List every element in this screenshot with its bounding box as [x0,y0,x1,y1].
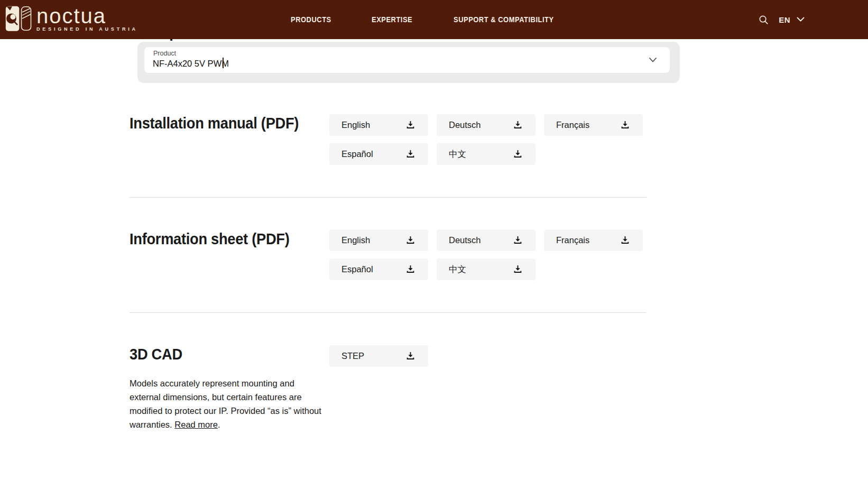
download-button-espanol[interactable]: Español [329,259,428,280]
download-button-chinese[interactable]: 中文 [437,259,535,280]
disclaimer-suffix: . [218,420,220,429]
download-icon [405,351,415,361]
product-selector-card: Product [137,42,680,83]
download-icon [513,235,523,245]
download-button-label: Deutsch [449,235,481,245]
disclaimer-line: Models accurately represent mounting and [130,376,321,390]
product-combobox[interactable]: Product [144,47,670,73]
download-button-francais[interactable]: Français [544,229,643,251]
text-cursor [223,58,224,68]
3d-cad-downloads: STEP [329,345,643,367]
nav-item-products[interactable]: PRODUCTS [291,0,331,39]
download-icon [405,264,415,274]
download-icon [405,120,415,130]
download-icon [513,264,523,274]
section-title-3d-cad: 3D CAD [130,346,182,363]
download-button-label: Français [556,120,589,130]
search-icon [758,14,769,25]
download-button-label: STEP [341,351,364,361]
search-button[interactable] [758,14,769,25]
download-button-deutsch[interactable]: Deutsch [437,114,535,136]
installation-manual-downloads: English Deutsch Français Español 中文 [329,114,643,165]
download-button-label: English [341,120,370,130]
download-button-francais[interactable]: Français [544,114,643,136]
download-button-english[interactable]: English [329,114,428,136]
download-icon [620,120,630,130]
logo-text: noctua DESIGNED IN AUSTRIA [36,6,138,32]
nav-item-expertise[interactable]: EXPERTISE [372,0,412,39]
combobox-chevron-down-icon[interactable] [649,57,657,63]
download-button-english[interactable]: English [329,229,428,251]
header-right-controls: EN [758,0,805,39]
download-button-label: English [341,235,370,245]
download-button-label: Español [341,264,373,274]
top-navigation-bar: noctua DESIGNED IN AUSTRIA PRODUCTS EXPE… [0,0,868,39]
cad-disclaimer-text: Models accurately represent mounting and… [130,376,321,431]
disclaimer-last-line: warranties. Read more. [130,418,321,431]
section-divider [130,312,647,313]
download-button-deutsch[interactable]: Deutsch [437,229,535,251]
disclaimer-line: modified to protect our IP. Provided “as… [130,404,321,418]
download-button-label: 中文 [449,149,466,160]
language-selector[interactable]: EN [779,15,805,24]
disclaimer-line: warranties. [130,420,172,429]
brand-name: noctua [36,6,138,25]
read-more-link[interactable]: Read more [174,420,218,429]
disclaimer-line: external dimensions, but certain feature… [130,390,321,404]
download-button-label: Español [341,149,373,159]
noctua-logo[interactable]: noctua DESIGNED IN AUSTRIA [5,6,138,32]
download-button-label: 中文 [449,264,466,275]
information-sheet-downloads: English Deutsch Français Español 中文 [329,229,643,280]
download-icon [513,120,523,130]
chevron-down-icon [797,17,805,22]
download-button-label: Français [556,235,589,245]
section-title-installation-manual: Installation manual (PDF) [130,115,299,132]
brand-tagline: DESIGNED IN AUSTRIA [36,26,138,32]
language-code: EN [779,15,790,24]
download-icon [405,235,415,245]
noctua-owl-icon [5,6,32,32]
product-field-label: Product [153,50,176,57]
section-divider [130,197,647,198]
download-icon [620,235,630,245]
product-input[interactable] [153,59,470,69]
nav-item-support-compatibility[interactable]: SUPPORT & COMPATIBILITY [454,0,554,39]
section-title-information-sheet: Information sheet (PDF) [130,230,289,247]
download-button-label: Deutsch [449,120,481,130]
download-button-chinese[interactable]: 中文 [437,143,535,165]
download-icon [405,149,415,159]
download-icon [513,149,523,159]
download-button-espanol[interactable]: Español [329,143,428,165]
download-button-step[interactable]: STEP [329,345,428,367]
